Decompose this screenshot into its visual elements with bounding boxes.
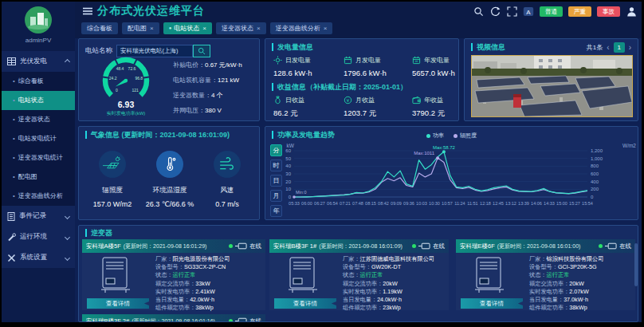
close-icon[interactable]: × <box>150 25 154 32</box>
svg-text:13:12: 13:12 <box>505 201 516 206</box>
irradiance-icon <box>99 151 126 178</box>
wallet-icon <box>412 96 421 104</box>
realtime-power-gauge: 024.248.472.696.8121 <box>82 55 170 101</box>
legend-power[interactable]: 功率 <box>426 132 444 140</box>
field-rated-power: 额定交流功率：20kW <box>529 280 633 288</box>
inverter-card: 安科瑞A楼5F (更新时间：2021-09-08 16:01:29) 在线 查看… <box>82 239 265 310</box>
fullscreen-icon[interactable] <box>506 6 517 17</box>
sun-icon <box>273 56 282 65</box>
svg-text:11:24: 11:24 <box>454 201 465 206</box>
sidebar-group-runtime-env[interactable]: 运行环境 <box>2 227 75 247</box>
tab-inverter-status[interactable]: 逆变器状态× <box>216 22 266 34</box>
user-icon[interactable] <box>626 6 637 17</box>
svg-text:06:54: 06:54 <box>327 201 338 206</box>
legend-irradiance[interactable]: 辐照度 <box>454 132 477 140</box>
svg-text:06:00: 06:00 <box>301 201 312 206</box>
field-vendor: 厂家：江苏固德威电源科技有限公司 <box>343 255 446 263</box>
field-vendor: 厂家：锦浪科技股份有限公司 <box>529 255 633 263</box>
wind-speed-value: 0.7 m/s <box>191 200 260 208</box>
svg-text:60: 60 <box>285 148 291 153</box>
range-day-button[interactable]: 日 <box>270 175 282 187</box>
sidebar-item-dashboard[interactable]: 综合看板 <box>2 72 75 91</box>
sidebar-item-station-status[interactable]: 电站状态 <box>2 91 75 110</box>
sidebar-item-inverter-status[interactable]: 逆变器状态 <box>2 110 75 129</box>
svg-text:Min:0: Min:0 <box>296 190 306 195</box>
svg-text:14:33: 14:33 <box>544 201 555 206</box>
svg-text:0: 0 <box>289 195 292 199</box>
inverter-card-header[interactable]: 安科瑞A楼5F (更新时间：2021-09-08 16:01:29) 在线 <box>82 239 265 253</box>
active-dot: ● <box>169 26 172 30</box>
svg-text:12:45: 12:45 <box>493 201 504 206</box>
field-model: 设备型号：GCI-3P20K-5G <box>529 263 633 271</box>
platform-logo-icon <box>24 6 53 34</box>
alarm-badge-accident[interactable]: 事故 <box>597 6 620 17</box>
inverter-card-header[interactable]: 安科瑞E楼6F (更新时间：2021-09-08 16:01:00) 在线 <box>456 239 635 253</box>
close-icon[interactable]: × <box>324 25 328 32</box>
close-icon[interactable]: × <box>202 25 206 32</box>
close-icon[interactable]: × <box>257 25 261 32</box>
range-minute-button[interactable]: 分 <box>270 144 282 156</box>
sidebar-item-curve-analysis[interactable]: 逆变器曲线分析 <box>2 187 75 206</box>
svg-text:15:54: 15:54 <box>582 201 593 206</box>
field-daily-energy: 当日发电量：37.0kW·h <box>529 296 633 304</box>
station-panel: 电站名称 024.248.472.696.8121 6.93 实时发电功率(kW… <box>78 38 260 121</box>
scrollbar-thumb[interactable] <box>634 243 638 286</box>
range-year-button[interactable]: 年 <box>270 205 282 217</box>
trend-title: 功率及发电量趋势 <box>272 131 335 139</box>
video-title: 视频信息 <box>471 43 505 51</box>
sidebar-group-system-settings[interactable]: 系统设置 <box>2 247 75 268</box>
language-icon[interactable]: A <box>523 6 534 17</box>
gauge-unit-label: 实时发电功率(kW) <box>82 110 170 117</box>
tools-icon <box>7 254 16 262</box>
tab-curve-analysis[interactable]: 逆变器曲线分析× <box>270 22 333 34</box>
station-info-row: 电站装机容量：121 kW <box>173 76 239 85</box>
range-month-button[interactable]: 月 <box>270 190 282 202</box>
sidebar-group-event-records[interactable]: 事件记录 <box>2 206 75 227</box>
field-status: 状态：运行正常 <box>529 271 633 279</box>
inverter-plug-icon <box>235 242 247 250</box>
svg-text:05:33: 05:33 <box>289 201 300 206</box>
svg-text:20: 20 <box>285 179 291 184</box>
view-details-button[interactable]: 查看详情 <box>87 298 149 309</box>
alarm-badge-severe[interactable]: 严重 <box>568 6 591 17</box>
search-icon[interactable] <box>473 6 484 17</box>
inverter-card-header[interactable]: 安科瑞B楼3F 2# (更新时间：2021-09-08 16:01:16) 在线 <box>82 314 265 322</box>
tab-station-status[interactable]: ●电站状态× <box>163 22 212 34</box>
sidebar-item-station-statistics[interactable]: 电站发电统计 <box>2 129 75 148</box>
wind-icon <box>214 151 241 178</box>
chevron-down-icon <box>65 213 70 219</box>
page-number[interactable]: 1 <box>614 42 625 53</box>
svg-text:40: 40 <box>285 164 291 168</box>
yearly-generation: 年发电量 5657.0 kW·h <box>412 56 459 77</box>
tab-distribution-diagram[interactable]: 配电图× <box>122 22 159 34</box>
next-page-icon[interactable]: › <box>629 44 631 52</box>
svg-text:400: 400 <box>591 179 599 184</box>
document-icon <box>7 212 15 221</box>
sidebar-item-distribution-diagram[interactable]: 配电图 <box>2 167 75 187</box>
sidebar-group-pv-generation[interactable]: 光伏发电 <box>2 51 75 72</box>
field-module-power: 组件额定功率：38kWp <box>155 304 263 312</box>
svg-text:kW: kW <box>287 143 295 148</box>
online-dot <box>412 244 416 248</box>
station-search-button[interactable] <box>193 45 210 57</box>
yearly-revenue: 年收益 3790.2 元 <box>412 96 459 119</box>
inverter-card-header[interactable]: 安科瑞B楼3F 1# (更新时间：2021-09-08 16:01:09) 在线 <box>269 239 449 253</box>
svg-text:0: 0 <box>116 88 118 93</box>
svg-text:12:18: 12:18 <box>480 201 491 206</box>
range-hour-button[interactable]: 时 <box>270 160 282 171</box>
view-details-button[interactable]: 查看详情 <box>274 298 336 309</box>
tab-dashboard[interactable]: 综合看板 <box>81 22 118 34</box>
svg-text:48.4: 48.4 <box>116 66 124 71</box>
menu-toggle-icon[interactable] <box>83 7 92 15</box>
alarm-badge-normal[interactable]: 普通 <box>540 6 563 17</box>
video-snapshot[interactable] <box>471 55 633 117</box>
svg-text:08:42: 08:42 <box>378 201 389 206</box>
refresh-icon[interactable] <box>489 6 501 17</box>
view-details-button[interactable]: 查看详情 <box>461 298 523 309</box>
field-model: 设备型号：GW20K-DT <box>343 263 446 271</box>
prev-page-icon[interactable]: ‹ <box>607 44 609 52</box>
calendar-icon <box>344 56 352 65</box>
svg-text:800: 800 <box>591 164 599 168</box>
sidebar-item-inverter-statistics[interactable]: 逆变器发电统计 <box>2 148 75 167</box>
online-dot <box>599 244 603 248</box>
